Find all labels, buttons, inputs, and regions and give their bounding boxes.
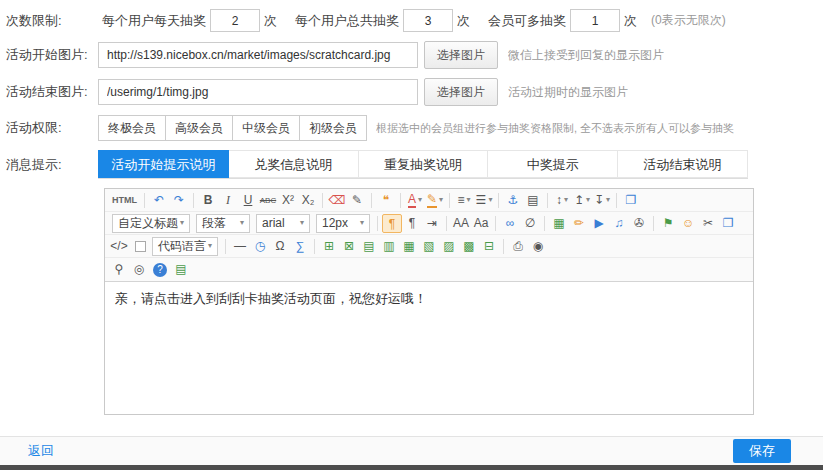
unlink-icon[interactable]: ∅ [520,214,540,233]
fullscreen-icon[interactable]: ❐ [621,191,641,210]
draft-icon[interactable]: ▤ [171,260,191,279]
start-image-pick-button[interactable]: 选择图片 [424,41,498,69]
caret-down-icon: ▾ [300,219,304,227]
insert-video-icon[interactable]: ▶ [589,214,609,233]
preview-icon[interactable]: ◉ [528,237,548,256]
end-image-pick-button[interactable]: 选择图片 [424,78,498,106]
tab-winning-message[interactable]: 中奖提示 [488,150,618,178]
scrawl-icon[interactable]: ✏ [569,214,589,233]
font-color-icon-label: A [408,193,416,208]
merge-cells-icon[interactable]: ▨ [439,237,459,256]
bold-icon[interactable]: B [198,191,218,210]
toolbar-separator [498,193,499,208]
redo-icon[interactable]: ↷ [169,191,189,210]
unit-label: 次 [264,12,277,30]
formula-icon[interactable]: ∑ [290,237,310,256]
member-level-button-junior[interactable]: 初级会员 [299,115,367,141]
print-icon[interactable]: ⎙ [508,237,528,256]
tab-redeem-info[interactable]: 兑奖信息说明 [229,150,359,178]
member-level-button-middle[interactable]: 中级会员 [232,115,300,141]
code-language-dropdown-label: 代码语言 [158,238,206,255]
subscript-icon[interactable]: X₂ [298,191,318,210]
insert-music-icon[interactable]: ♫ [609,214,629,233]
insert-map-icon[interactable]: ⚑ [658,214,678,233]
unordered-list-icon[interactable]: ☰▾ [474,191,494,210]
italic-icon[interactable]: I [218,191,238,210]
toolbar-separator [449,193,450,208]
special-char-icon[interactable]: Ω [270,237,290,256]
screenshot-icon[interactable]: ✂ [698,214,718,233]
end-image-fields: 选择图片 活动过期时的显示图片 [98,78,823,106]
member-extra-count-input[interactable] [570,9,620,32]
tab-activity-end-message[interactable]: 活动结束说明 [618,150,748,178]
total-count-input[interactable] [403,9,453,32]
source-code-button[interactable]: HTML [109,195,140,205]
undo-icon[interactable]: ↶ [149,191,169,210]
font-size-dropdown-label: 12px [322,216,348,230]
insert-table-icon[interactable]: ⊞ [319,237,339,256]
delete-row-icon[interactable]: ▥ [379,237,399,256]
underline-icon[interactable]: U [238,191,258,210]
code-language-dropdown[interactable]: 代码语言▾ [152,237,218,256]
emotion-icon[interactable]: ☺ [678,214,698,233]
insert-column-icon[interactable]: ▦ [399,237,419,256]
toolbar-separator [400,193,401,208]
line-height-icon[interactable]: ↕▾ [552,191,572,210]
delete-table-icon[interactable]: ⊠ [339,237,359,256]
anchor-icon[interactable]: ⚓ [503,191,523,210]
search-replace-icon[interactable]: ⚲ [109,260,129,279]
tab-repeat-draw[interactable]: 重复抽奖说明 [359,150,489,178]
paragraph-space-bottom-icon[interactable]: ↧▾ [592,191,612,210]
caret-down-icon: ▾ [467,196,471,204]
background-color-icon[interactable]: ✎▾ [425,191,445,210]
font-family-dropdown[interactable]: arial▾ [256,214,310,233]
insert-row-icon[interactable]: ▤ [359,237,379,256]
date-time-icon[interactable]: ◷ [250,237,270,256]
help-icon[interactable]: ? [153,263,167,277]
editor-content-area[interactable]: 亲，请点击进入到刮刮卡抽奖活动页面，祝您好运哦！ [105,282,753,414]
horizontal-rule-icon[interactable]: — [230,237,250,256]
ordered-list-icon[interactable]: ≡▾ [454,191,474,210]
blockquote-icon[interactable]: ❝ [376,191,396,210]
font-size-dropdown[interactable]: 12px▾ [316,214,370,233]
direction-rtl-icon[interactable]: ¶ [402,214,422,233]
find-icon[interactable]: ◎ [129,260,149,279]
member-level-button-ultimate[interactable]: 终极会员 [98,115,166,141]
indent-icon[interactable]: ⇥ [422,214,442,233]
page-break-icon[interactable]: ▤ [523,191,543,210]
custom-title-dropdown[interactable]: 自定义标题▾ [112,214,190,233]
back-link[interactable]: 返回 [28,442,54,460]
permissions-fields: 终极会员 高级会员 中级会员 初级会员 根据选中的会员组进行参与抽奖资格限制, … [98,115,823,141]
unit-label: 次 [457,12,470,30]
table-title-icon[interactable]: ⊟ [479,237,499,256]
insert-frame-icon[interactable]: ❐ [718,214,738,233]
paragraph-space-top-icon[interactable]: ↥▾ [572,191,592,210]
link-icon[interactable]: ∞ [500,214,520,233]
to-lowercase-icon[interactable]: Aa [471,214,491,233]
format-painter-icon[interactable]: ✎ [347,191,367,210]
caret-down-icon: ▾ [586,196,590,204]
start-image-url-input[interactable] [98,42,418,68]
to-uppercase-icon[interactable]: AA [451,214,471,233]
remove-format-icon[interactable]: ⌫ [327,191,347,210]
direction-ltr-icon[interactable]: ¶ [382,214,402,233]
code-language-checkbox[interactable] [135,241,146,252]
split-cells-icon[interactable]: ▩ [459,237,479,256]
per-day-label: 每个用户每天抽奖 [102,12,206,30]
per-day-count-input[interactable] [210,9,260,32]
attachment-icon[interactable]: ✇ [629,214,649,233]
insert-image-icon[interactable]: ▦ [549,214,569,233]
insert-code-icon[interactable]: </> [109,237,129,256]
paragraph-space-bottom-icon-label: ↧ [594,191,604,210]
end-image-url-input[interactable] [98,79,418,105]
font-color-icon[interactable]: A▾ [405,191,425,210]
member-level-button-senior[interactable]: 高级会员 [165,115,233,141]
strikethrough-icon[interactable]: ABC [258,191,278,210]
tab-activity-start-message[interactable]: 活动开始提示说明 [98,150,229,178]
delete-column-icon[interactable]: ▧ [419,237,439,256]
save-button[interactable]: 保存 [733,439,791,463]
end-image-label: 活动结束图片: [0,83,98,101]
superscript-icon[interactable]: X² [278,191,298,210]
caret-down-icon: ▾ [439,196,443,204]
paragraph-dropdown[interactable]: 段落▾ [196,214,250,233]
